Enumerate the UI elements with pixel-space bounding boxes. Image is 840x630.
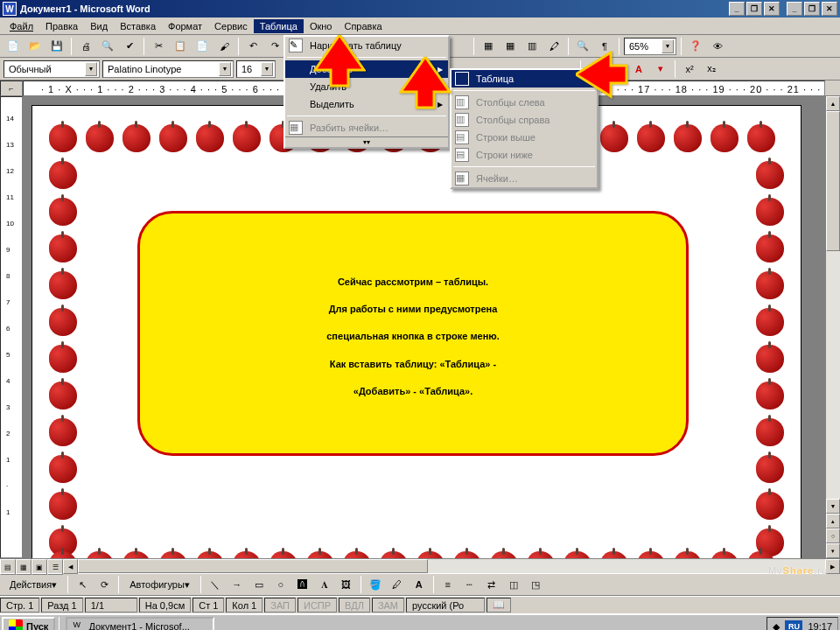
web-view-icon[interactable]: ▦: [16, 559, 32, 575]
menu-format[interactable]: Формат: [162, 19, 208, 33]
line-icon[interactable]: ＼: [206, 575, 225, 594]
spellcheck-icon[interactable]: ✔: [120, 37, 139, 56]
scroll-down-icon[interactable]: ▼: [826, 499, 840, 514]
format-painter-icon[interactable]: 🖌: [214, 37, 234, 56]
status-at: На 0,9см: [139, 598, 191, 612]
menu-expand-chevron[interactable]: ▾▾: [285, 136, 448, 147]
menu-window[interactable]: Окно: [304, 19, 339, 33]
menu-item-draw-table[interactable]: ✎ Нарисовать таблицу: [285, 37, 448, 54]
oval-icon[interactable]: ○: [271, 575, 290, 594]
chevron-down-icon[interactable]: ▼: [261, 62, 273, 76]
select-arrow-icon[interactable]: ↖: [73, 575, 92, 594]
subscript-icon[interactable]: x₂: [702, 60, 721, 79]
start-button[interactable]: Пуск: [2, 617, 55, 630]
status-ovr[interactable]: ЗАМ: [372, 598, 404, 612]
print-icon[interactable]: 🖨: [76, 37, 95, 56]
help-icon[interactable]: ❓: [686, 37, 705, 56]
actions-menu[interactable]: Действия ▾: [4, 575, 63, 594]
line-style-icon[interactable]: ≡: [438, 575, 458, 594]
maximize-button[interactable]: ❐: [804, 2, 820, 16]
undo-icon[interactable]: ↶: [243, 37, 262, 56]
superscript-icon[interactable]: x²: [680, 60, 699, 79]
copy-icon[interactable]: 📋: [171, 37, 190, 56]
line-color-icon[interactable]: 🖊: [388, 575, 407, 594]
menu-tools[interactable]: Сервис: [208, 19, 254, 33]
table-insert-icon[interactable]: ▦: [479, 37, 498, 56]
save-icon[interactable]: 💾: [47, 37, 66, 56]
arrow-icon[interactable]: →: [228, 575, 247, 594]
scroll-left-icon[interactable]: ◀: [63, 559, 78, 574]
status-trk[interactable]: ИСПР: [298, 598, 337, 612]
menu-edit[interactable]: Правка: [39, 19, 84, 33]
chevron-down-icon[interactable]: ▼: [219, 62, 231, 76]
chevron-down-icon[interactable]: ▼: [662, 39, 674, 53]
textbox-icon[interactable]: 🅰: [293, 575, 312, 594]
doc-minimize-button[interactable]: _: [729, 2, 745, 16]
word-icon: W: [3, 2, 17, 16]
prev-page-icon[interactable]: ▴: [826, 514, 840, 528]
menu-file[interactable]: Файл: [4, 19, 39, 33]
style-combo[interactable]: Обычный ▼: [4, 60, 100, 78]
minimize-button[interactable]: _: [787, 2, 802, 16]
text-color-icon[interactable]: A: [410, 575, 429, 594]
drawing-icon[interactable]: 🖍: [544, 37, 564, 56]
tray-icon[interactable]: ◆: [773, 621, 780, 631]
taskbar: Пуск W Документ1 - Microsof... ◆ RU 19:1…: [0, 613, 840, 630]
next-page-icon[interactable]: ▾: [826, 543, 840, 558]
scroll-up-icon[interactable]: ▲: [826, 96, 840, 111]
split-cells-icon: ▦: [289, 121, 303, 135]
status-rec[interactable]: ЗАП: [264, 598, 296, 612]
open-icon[interactable]: 📂: [25, 37, 45, 56]
normal-view-icon[interactable]: ▤: [0, 559, 16, 575]
horizontal-scrollbar[interactable]: ▤ ▦ ▣ ☰ ◀ ▶: [0, 558, 840, 573]
arrow-style-icon[interactable]: ⇄: [482, 575, 501, 594]
hscroll-track[interactable]: [78, 559, 825, 573]
wordart-icon[interactable]: 𝐀: [315, 575, 334, 594]
menu-table[interactable]: Таблица: [254, 19, 304, 33]
3d-icon[interactable]: ◳: [526, 575, 545, 594]
status-lang[interactable]: русский (Ро: [406, 598, 485, 612]
scroll-thumb[interactable]: [826, 111, 840, 251]
find-icon[interactable]: 👁: [708, 37, 727, 56]
doc-close-button[interactable]: ✕: [764, 2, 780, 16]
browse-object-icon[interactable]: ○: [826, 528, 840, 543]
scroll-track[interactable]: [826, 111, 840, 499]
preview-icon[interactable]: 🔍: [98, 37, 117, 56]
font-color-icon[interactable]: A: [629, 60, 648, 79]
vertical-scrollbar[interactable]: ▲ ▼ ▴ ○ ▾: [825, 96, 840, 558]
font-color-dd-icon[interactable]: ▾: [651, 60, 670, 79]
outline-view-icon[interactable]: ☰: [47, 559, 63, 575]
dash-style-icon[interactable]: ┄: [460, 575, 480, 594]
status-ext[interactable]: ВДЛ: [339, 598, 370, 612]
columns-icon[interactable]: ▥: [522, 37, 542, 56]
language-indicator[interactable]: RU: [785, 620, 802, 630]
rotate-icon[interactable]: ⟳: [94, 575, 114, 594]
document-scroll[interactable]: Сейчас рассмотрим – таблицы. Для работы …: [23, 96, 825, 558]
zoom-combo[interactable]: 65% ▼: [624, 38, 676, 55]
print-view-icon[interactable]: ▣: [32, 559, 47, 575]
paste-icon[interactable]: 📄: [192, 37, 212, 56]
close-button[interactable]: ✕: [822, 2, 837, 16]
fill-color-icon[interactable]: 🪣: [366, 575, 385, 594]
menu-insert[interactable]: Вставка: [114, 19, 162, 33]
cut-icon[interactable]: ✂: [149, 37, 168, 56]
status-book-icon[interactable]: 📖: [486, 598, 511, 612]
hscroll-thumb[interactable]: [78, 559, 428, 573]
menu-view[interactable]: Вид: [84, 19, 114, 33]
vertical-ruler[interactable]: 1413121110987654321·1: [0, 96, 23, 558]
task-button-word[interactable]: W Документ1 - Microsof...: [66, 617, 214, 630]
excel-icon[interactable]: ▦: [500, 37, 520, 56]
ruler-corner[interactable]: ⌐: [0, 80, 23, 96]
new-doc-icon[interactable]: 📄: [4, 37, 23, 56]
clipart-icon[interactable]: 🖼: [337, 575, 356, 594]
font-combo[interactable]: Palatino Linotype ▼: [102, 60, 234, 78]
chevron-down-icon[interactable]: ▼: [85, 62, 97, 76]
redo-icon[interactable]: ↷: [265, 37, 284, 56]
autoshapes-menu[interactable]: Автофигуры ▾: [123, 575, 196, 594]
pointer-arrow-3: [576, 51, 628, 101]
doc-restore-button[interactable]: ❐: [746, 2, 762, 16]
rect-icon[interactable]: ▭: [249, 575, 269, 594]
size-combo[interactable]: 16 ▼: [236, 60, 276, 78]
menu-help[interactable]: Справка: [338, 19, 388, 33]
shadow-icon[interactable]: ◫: [504, 575, 523, 594]
